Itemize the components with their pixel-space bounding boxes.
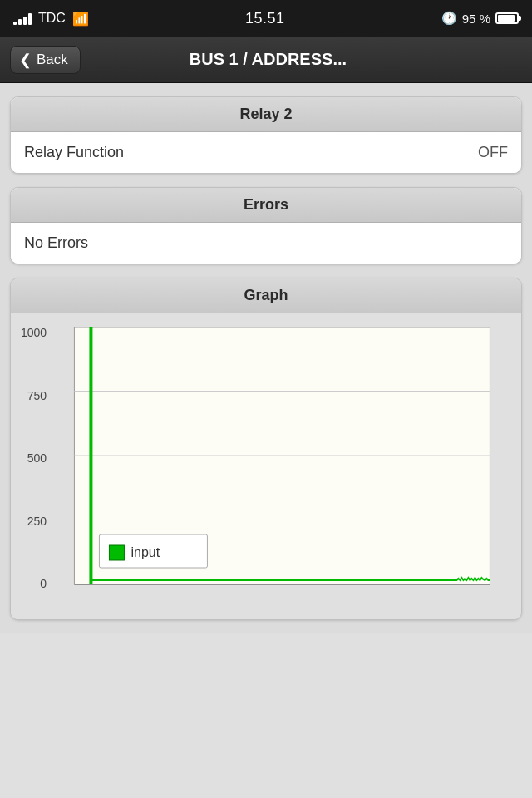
relay-section: Relay 2 Relay Function OFF <box>10 96 522 174</box>
y-label-500: 500 <box>27 452 47 464</box>
graph-section-header: Graph <box>11 278 521 313</box>
chart-wrapper: input <box>53 327 511 609</box>
nav-bar: ❮ Back BUS 1 / ADDRESS... <box>0 37 532 83</box>
battery-icon <box>495 12 519 24</box>
chart-svg: input <box>53 327 511 609</box>
back-label: Back <box>37 52 68 68</box>
y-label-1000: 1000 <box>21 327 47 338</box>
graph-container: 1000 750 500 250 0 <box>11 313 521 619</box>
y-label-250: 250 <box>27 515 47 527</box>
status-bar: TDC 📶 15.51 🕐 95 % <box>0 0 532 37</box>
errors-title: Errors <box>244 196 288 213</box>
errors-row: No Errors <box>11 223 521 264</box>
relay-function-value: OFF <box>478 144 508 161</box>
page-title: BUS 1 / ADDRESS... <box>81 50 456 69</box>
clock: 15.51 <box>245 10 285 27</box>
battery-percent: 95 % <box>462 12 490 26</box>
relay-function-label: Relay Function <box>24 144 124 161</box>
chevron-left-icon: ❮ <box>19 52 32 67</box>
svg-rect-6 <box>110 545 125 560</box>
signal-icon <box>13 12 32 25</box>
relay-function-row: Relay Function OFF <box>11 132 521 173</box>
back-button[interactable]: ❮ Back <box>10 46 81 74</box>
clock-icon: 🕐 <box>441 11 457 26</box>
content-area: Relay 2 Relay Function OFF Errors No Err… <box>0 83 532 633</box>
errors-section: Errors No Errors <box>10 187 522 264</box>
svg-text:input: input <box>131 545 160 559</box>
graph-section: Graph 1000 750 500 250 0 <box>10 278 522 620</box>
errors-section-header: Errors <box>11 188 521 223</box>
status-left: TDC 📶 <box>13 11 89 27</box>
y-axis: 1000 750 500 250 0 <box>21 327 53 609</box>
y-label-0: 0 <box>40 578 47 589</box>
y-label-750: 750 <box>27 390 47 401</box>
errors-text: No Errors <box>24 234 88 251</box>
relay-section-header: Relay 2 <box>11 97 521 132</box>
wifi-icon: 📶 <box>72 11 89 27</box>
relay-title: Relay 2 <box>239 106 292 122</box>
graph-title: Graph <box>244 287 288 303</box>
graph-area: 1000 750 500 250 0 <box>21 327 511 609</box>
carrier-label: TDC <box>38 11 66 26</box>
status-right: 🕐 95 % <box>441 11 519 26</box>
